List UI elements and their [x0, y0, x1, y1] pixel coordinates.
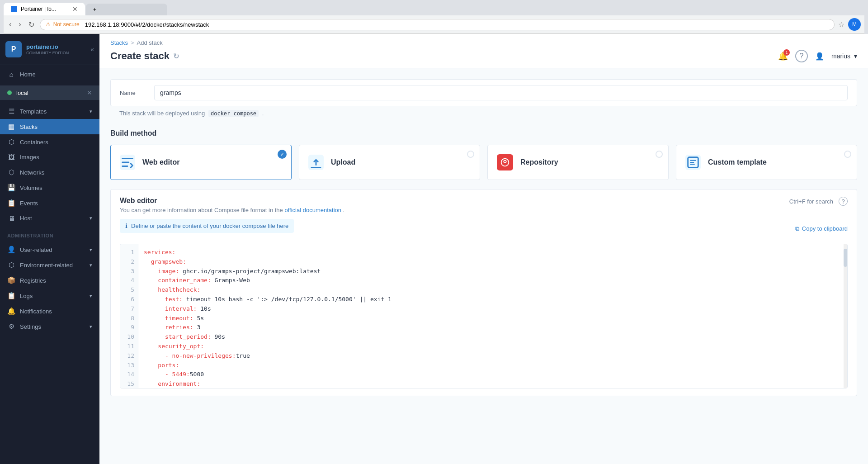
- repository-card[interactable]: Repository: [487, 145, 669, 180]
- sidebar-item-events[interactable]: 📋 Events: [0, 195, 99, 211]
- repository-icon: [497, 154, 513, 170]
- sidebar-item-user-related[interactable]: 👤 User-related ▾: [0, 242, 99, 257]
- upload-card[interactable]: Upload: [299, 145, 480, 180]
- sidebar-home-section: ⌂ Home: [0, 65, 99, 84]
- breadcrumb-add-stack: Add stack: [137, 39, 163, 46]
- home-icon: ⌂: [7, 71, 15, 78]
- url-bar[interactable]: ⚠ Not secure 192.168.1.18:9000/#!/2/dock…: [40, 19, 835, 30]
- shortcut-label: Ctrl+F for search: [789, 198, 833, 205]
- images-icon: 🖼: [7, 153, 15, 161]
- bookmark-icon[interactable]: ☆: [838, 20, 844, 29]
- containers-icon: ⬡: [7, 138, 15, 146]
- main-content: Name This stack will be deployed using d…: [99, 68, 868, 464]
- custom-template-radio: [844, 151, 851, 158]
- env-status-dot: [7, 90, 12, 95]
- custom-template-card[interactable]: Custom template: [676, 145, 857, 180]
- env-close-button[interactable]: ✕: [87, 89, 92, 96]
- tab-title: Portainer | lo...: [21, 6, 56, 12]
- sidebar-item-settings[interactable]: ⚙ Settings ▾: [0, 319, 99, 334]
- breadcrumb: Stacks > Add stack: [110, 39, 857, 50]
- refresh-button[interactable]: ↻: [173, 52, 179, 61]
- app-container: P portainer.io COMMUNITY EDITION « ⌂ Hom…: [0, 34, 868, 464]
- sidebar-item-containers-label: Containers: [20, 139, 48, 146]
- host-chevron-icon: ▾: [90, 215, 92, 221]
- sidebar-item-home[interactable]: ⌂ Home: [0, 67, 99, 82]
- browser-profile[interactable]: M: [848, 18, 861, 31]
- sidebar-item-host-label: Host: [20, 215, 32, 222]
- sidebar-collapse-button[interactable]: «: [90, 46, 94, 53]
- user-related-icon: 👤: [7, 246, 15, 254]
- copy-icon: ⧉: [795, 225, 799, 232]
- help-button[interactable]: ?: [795, 50, 808, 62]
- user-profile-button[interactable]: 👤: [815, 52, 824, 61]
- sidebar-item-networks-label: Networks: [20, 169, 44, 176]
- hint-text: This stack will be deployed using: [119, 110, 205, 117]
- logo-text: portainer.io: [26, 43, 69, 51]
- build-method-cards: ✓ Web editor: [110, 145, 857, 180]
- reload-button[interactable]: ↻: [27, 19, 36, 31]
- stack-name-input[interactable]: [154, 85, 848, 100]
- editor-description: You can get more information about Compo…: [120, 207, 344, 213]
- forward-button[interactable]: ›: [17, 19, 23, 30]
- sidebar-item-volumes[interactable]: 💾 Volumes: [0, 180, 99, 195]
- notifications-bell-button[interactable]: 🔔 1: [778, 51, 788, 61]
- user-chevron-icon: ▾: [854, 52, 857, 60]
- page-title: Create stack ↻: [110, 50, 179, 62]
- scrollbar-thumb[interactable]: [844, 249, 847, 267]
- sidebar-item-templates[interactable]: ☰ Templates ▾: [0, 104, 99, 119]
- web-editor-icon: [120, 155, 135, 170]
- events-icon: 📋: [7, 199, 15, 207]
- repository-radio: [656, 151, 663, 158]
- form-hint: This stack will be deployed using docker…: [110, 106, 857, 120]
- main-area: Stacks > Add stack Create stack ↻ 🔔 1 ? …: [99, 34, 868, 464]
- web-editor-label: Web editor: [142, 158, 179, 166]
- username-display[interactable]: marius ▾: [831, 52, 857, 60]
- breadcrumb-separator: >: [131, 39, 134, 46]
- line-numbers: 1234567891011121314151617181920: [120, 244, 138, 388]
- sidebar-item-settings-label: Settings: [20, 323, 41, 330]
- sidebar-item-stacks[interactable]: ▦ Stacks: [0, 119, 99, 134]
- administration-label: Administration: [0, 227, 99, 240]
- official-documentation-link[interactable]: official documentation: [284, 207, 341, 213]
- sidebar-item-registries[interactable]: 📦 Registries: [0, 273, 99, 288]
- code-editor[interactable]: 1234567891011121314151617181920 services…: [120, 244, 848, 388]
- name-label: Name: [120, 90, 147, 96]
- templates-icon: ☰: [7, 107, 15, 115]
- sidebar-item-registries-label: Registries: [20, 277, 46, 284]
- copy-to-clipboard-button[interactable]: ⧉ Copy to clipboard: [795, 225, 848, 232]
- sidebar-item-templates-label: Templates: [20, 108, 47, 115]
- sidebar-item-environment-related[interactable]: ⬡ Environment-related ▾: [0, 257, 99, 273]
- sidebar: P portainer.io COMMUNITY EDITION « ⌂ Hom…: [0, 34, 99, 464]
- back-button[interactable]: ‹: [7, 19, 13, 30]
- custom-template-label: Custom template: [708, 158, 767, 166]
- code-content[interactable]: services: grampsweb: image: ghcr.io/gram…: [138, 244, 847, 388]
- not-secure-label: Not secure: [53, 21, 80, 28]
- editor-actions: Ctrl+F for search ?: [789, 197, 848, 206]
- sidebar-item-images[interactable]: 🖼 Images: [0, 150, 99, 165]
- tab-favicon: [11, 6, 17, 12]
- sidebar-item-notifications[interactable]: 🔔 Notifications: [0, 303, 99, 319]
- logo-icon: P: [5, 41, 22, 57]
- editor-desc-after: .: [343, 207, 345, 213]
- page-header: Stacks > Add stack Create stack ↻ 🔔 1 ? …: [99, 34, 868, 68]
- sidebar-item-networks[interactable]: ⬡ Networks: [0, 165, 99, 180]
- hint-info-icon: ℹ: [125, 223, 127, 229]
- web-editor-section: Web editor You can get more information …: [110, 189, 857, 396]
- upload-icon: [308, 155, 324, 170]
- tab-close-button[interactable]: ✕: [72, 5, 78, 13]
- editor-header: Web editor You can get more information …: [120, 197, 848, 213]
- breadcrumb-stacks-link[interactable]: Stacks: [110, 39, 128, 46]
- stacks-icon: ▦: [7, 123, 15, 131]
- scrollbar-track[interactable]: [844, 244, 847, 388]
- sidebar-item-host[interactable]: 🖥 Host ▾: [0, 211, 99, 226]
- sidebar-item-containers[interactable]: ⬡ Containers: [0, 134, 99, 150]
- editor-help-button[interactable]: ?: [839, 197, 848, 206]
- sidebar-item-logs[interactable]: 📋 Logs ▾: [0, 288, 99, 303]
- sidebar-item-volumes-label: Volumes: [20, 185, 42, 191]
- web-editor-card[interactable]: ✓ Web editor: [110, 145, 292, 180]
- sidebar-item-home-label: Home: [20, 71, 36, 78]
- sidebar-item-images-label: Images: [20, 154, 39, 161]
- host-icon: 🖥: [7, 214, 15, 222]
- new-tab-button[interactable]: +: [86, 4, 167, 15]
- active-tab[interactable]: Portainer | lo... ✕: [4, 3, 85, 15]
